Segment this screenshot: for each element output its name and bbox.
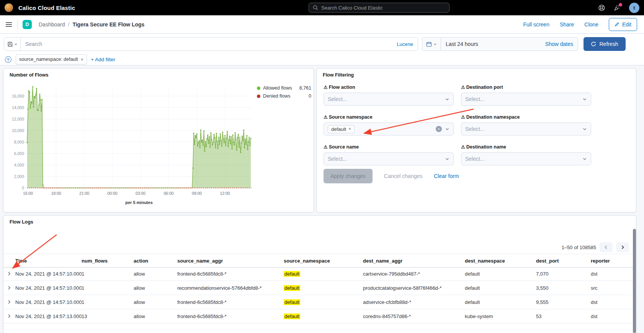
chevron-down-icon (582, 127, 587, 131)
query-language-toggle[interactable]: Lucene (397, 41, 413, 47)
expand-row-icon[interactable] (7, 272, 15, 276)
destination-namespace-field: ⚠Destination namespace Select... (461, 114, 591, 135)
clear-form-button[interactable]: Clear form (434, 173, 459, 179)
chevron-left-icon (604, 245, 608, 250)
flows-panel-title: Number of Flows (10, 72, 48, 78)
global-search-placeholder: Search Calico Cloud Elastic (321, 5, 382, 11)
svg-text:09:00: 09:00 (192, 191, 202, 196)
source-namespace-select[interactable]: default × × (324, 122, 454, 135)
chevron-down-icon (582, 97, 587, 101)
table-body: Nov 24, 2021 @ 14:57:10.0001allowfronten… (3, 267, 636, 323)
denied-flows-count: 0 (298, 93, 311, 99)
previous-page-button[interactable] (600, 242, 613, 252)
clone-button[interactable]: Clone (584, 21, 598, 28)
expand-row-icon[interactable] (7, 300, 15, 304)
dashboard-canvas: Number of Flows 02,0004,0006,0008,00010,… (0, 65, 644, 333)
cell-dest-port: 53 (536, 313, 591, 319)
cell-dest-port: 3,550 (536, 285, 591, 291)
legend-item-denied-flows[interactable]: Denied flows 0 (257, 93, 311, 99)
app-title: Calico Cloud Elastic (18, 5, 75, 11)
chevron-down-icon (445, 127, 449, 131)
column-header-dest-namespace: dest_namespace (465, 258, 536, 264)
column-header-time: Time (15, 258, 82, 264)
refresh-button[interactable]: Refresh (584, 37, 626, 51)
next-page-button[interactable] (616, 242, 629, 252)
table-row[interactable]: Nov 24, 2021 @ 14:57:10.0001allowrecomme… (3, 281, 636, 295)
breadcrumb-dashboard[interactable]: Dashboard (39, 21, 65, 28)
cancel-changes-button[interactable]: Cancel changes (384, 173, 422, 179)
destination-namespace-select[interactable]: Select... (461, 122, 591, 135)
filtering-panel-title: Flow Filtering (323, 72, 354, 78)
svg-text:per 5 minutes: per 5 minutes (125, 200, 153, 205)
table-row[interactable]: Nov 24, 2021 @ 14:57:10.0001allowfronten… (3, 267, 636, 281)
svg-text:14,000: 14,000 (12, 105, 24, 110)
flow-action-select[interactable]: Select... (324, 93, 454, 106)
page-scrollbar[interactable] (633, 229, 636, 333)
chevron-down-icon (14, 42, 18, 46)
add-filter-button[interactable]: + Add filter (91, 57, 115, 62)
cell-dest-namespace: default (465, 299, 536, 305)
help-menu-button[interactable] (598, 4, 605, 11)
apply-changes-button[interactable]: Apply changes (324, 169, 373, 183)
highlighted-source-namespace: default (284, 313, 300, 319)
hamburger-menu-icon[interactable] (5, 22, 12, 27)
chart-legend: Allowed flows 8,761 Denied flows 0 (257, 85, 311, 99)
cell-dest-port: 7,070 (536, 271, 591, 277)
svg-text:2,000: 2,000 (14, 174, 24, 179)
cell-num-flows: 13 (82, 313, 134, 319)
time-range-value[interactable]: Last 24 hours (446, 41, 478, 47)
flow-logs-panel: Flow Logs 1–50 of 108585 Timenum_flowsac… (3, 215, 636, 333)
flow-action-field: ⚠Flow action Select... (324, 85, 454, 106)
filter-pill-source-namespace[interactable]: source_namespace: default × (16, 54, 87, 64)
expand-row-icon[interactable] (7, 314, 15, 318)
cell-source-name-aggr: recommendationservice-57664dbfd8-* (177, 285, 284, 291)
svg-text:00:00: 00:00 (107, 191, 117, 196)
dashboard-app-badge[interactable]: D (23, 20, 32, 29)
edit-button[interactable]: Edit (609, 18, 637, 31)
cell-reporter: dst (591, 299, 636, 305)
remove-filter-icon[interactable]: × (81, 57, 84, 62)
newsfeed-button[interactable] (614, 4, 621, 11)
svg-text:03:00: 03:00 (136, 191, 145, 196)
clear-selection-icon[interactable]: × (436, 126, 442, 132)
full-screen-button[interactable]: Full screen (523, 21, 549, 28)
remove-chip-icon[interactable]: × (348, 126, 351, 132)
filter-set-icon[interactable] (5, 56, 12, 63)
share-button[interactable]: Share (560, 21, 574, 28)
destination-name-select[interactable]: Select... (461, 152, 591, 165)
cell-num-flows: 1 (82, 285, 134, 291)
source-name-select[interactable]: Select... (324, 152, 454, 165)
cell-source-namespace: default (284, 285, 363, 291)
table-row[interactable]: Nov 24, 2021 @ 14:57:13.00013allowfronte… (3, 309, 636, 323)
cell-num-flows: 1 (82, 299, 134, 305)
global-search-input[interactable]: Search Calico Cloud Elastic (309, 3, 449, 13)
save-icon (7, 41, 13, 47)
legend-item-allowed-flows[interactable]: Allowed flows 8,761 (257, 85, 311, 91)
query-search-input[interactable]: Search (25, 41, 397, 47)
navigation-bar: D Dashboard / Tigera Secure EE Flow Logs… (0, 15, 644, 34)
user-avatar[interactable]: t (629, 3, 639, 13)
calico-logo-icon[interactable] (5, 3, 13, 12)
destination-port-select[interactable]: Select... (461, 93, 591, 106)
warning-icon: ⚠ (461, 85, 465, 90)
warning-icon: ⚠ (324, 115, 328, 119)
cell-source-namespace: default (284, 299, 363, 305)
cell-action: allow (134, 299, 177, 305)
show-dates-button[interactable]: Show dates (545, 41, 573, 47)
highlighted-source-namespace: default (284, 299, 300, 305)
table-row[interactable]: Nov 24, 2021 @ 14:57:10.0001allowfronten… (3, 295, 636, 309)
table-pagination: 1–50 of 108585 (562, 242, 629, 252)
highlighted-source-namespace: default (284, 285, 300, 291)
pagination-range-label: 1–50 of 108585 (562, 245, 596, 250)
saved-query-menu-button[interactable] (4, 38, 21, 51)
cell-source-name-aggr: frontend-6c5685fdc8-* (177, 299, 284, 305)
svg-text:12,000: 12,000 (12, 117, 24, 121)
warning-icon: ⚠ (324, 85, 328, 90)
highlighted-source-namespace: default (284, 271, 300, 277)
date-quick-select-button[interactable] (422, 38, 441, 51)
breadcrumb-separator: / (68, 21, 70, 28)
column-header-action: action (134, 258, 177, 264)
expand-row-icon[interactable] (7, 286, 15, 290)
selected-option-chip[interactable]: default × (328, 125, 355, 133)
cell-source-name-aggr: frontend-6c5685fdc8-* (177, 271, 284, 277)
